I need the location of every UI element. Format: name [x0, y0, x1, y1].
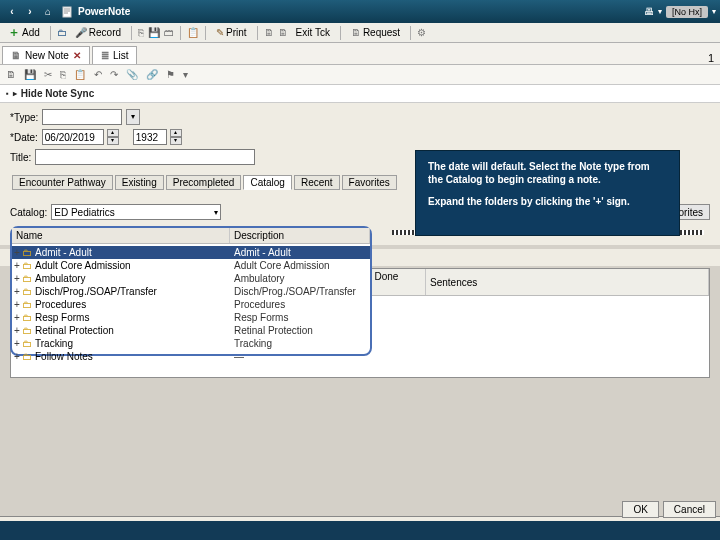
tree-header-name[interactable]: Name	[12, 228, 230, 243]
expand-plus-icon[interactable]: +	[12, 286, 22, 297]
copy-icon[interactable]: ⎘	[138, 27, 144, 38]
date-stepper[interactable]: ▴▾	[107, 129, 119, 145]
tab-list[interactable]: ≣ List	[92, 46, 138, 64]
save-icon[interactable]: 💾	[148, 27, 160, 38]
note-down-icon[interactable]: ▾	[183, 69, 188, 80]
tab-recent[interactable]: Recent	[294, 175, 340, 190]
tab-precompleted[interactable]: Precompleted	[166, 175, 242, 190]
note-cut-icon[interactable]: ✂	[44, 69, 52, 80]
tab-encounter-pathway[interactable]: Encounter Pathway	[12, 175, 113, 190]
expand-plus-icon[interactable]: +	[12, 260, 22, 271]
expand-plus-icon[interactable]: +	[12, 338, 22, 349]
tab-new-note[interactable]: 🗎 New Note ✕	[2, 46, 90, 64]
main-toolbar: ＋Add 🗀 🎤Record ⎘ 💾 🗃 📋 ✎Print 🗎 🗎 Exit T…	[0, 23, 720, 43]
note-attach-icon[interactable]: 📎	[126, 69, 138, 80]
expand-plus-icon[interactable]: +	[12, 312, 22, 323]
tab-favorites[interactable]: Favorites	[342, 175, 397, 190]
exit-ticket-button[interactable]: Exit Tck	[292, 27, 334, 38]
folder-icon[interactable]: 🗀	[57, 27, 67, 38]
tree-row[interactable]: +🗀Retinal ProtectionRetinal Protection	[12, 324, 370, 337]
date-label: Date:	[10, 132, 38, 143]
print-button[interactable]: ✎Print	[212, 27, 251, 38]
note-redo-icon[interactable]: ↷	[110, 69, 118, 80]
title-field[interactable]	[35, 149, 255, 165]
tab-counter: 1	[704, 52, 718, 64]
expand-plus-icon[interactable]: +	[12, 351, 22, 362]
tab-catalog[interactable]: Catalog	[243, 175, 291, 190]
type-field[interactable]	[42, 109, 122, 125]
tree-row[interactable]: +🗀Follow Notes—	[12, 350, 370, 363]
print-icon[interactable]: 🖶	[644, 6, 654, 17]
tree-header-desc[interactable]: Description	[230, 228, 370, 243]
tree-row[interactable]: +🗀AmbulatoryAmbulatory	[12, 272, 370, 285]
collapse-icon[interactable]: ▪	[6, 89, 9, 98]
time-stepper[interactable]: ▴▾	[170, 129, 182, 145]
doc2-icon[interactable]: 🗎	[278, 27, 288, 38]
home-icon[interactable]: ⌂	[40, 4, 56, 20]
tree-desc: Tracking	[230, 338, 370, 349]
dropdown-caret-icon[interactable]: ▾	[712, 7, 716, 16]
tree-desc: Retinal Protection	[230, 325, 370, 336]
exit-ticket-label: Exit Tck	[296, 27, 330, 38]
no-hx-tab[interactable]: [No Hx]	[666, 6, 708, 18]
note-flag-icon[interactable]: ⚑	[166, 69, 175, 80]
tab-existing[interactable]: Existing	[115, 175, 164, 190]
tree-name: Tracking	[34, 338, 230, 349]
date-field[interactable]	[42, 129, 104, 145]
tree-body[interactable]: +🗀Admit - AdultAdmit - Adult +🗀Adult Cor…	[12, 244, 370, 365]
expand-plus-icon[interactable]: +	[12, 273, 22, 284]
print-label: Print	[226, 27, 247, 38]
folder-icon: 🗀	[22, 247, 34, 258]
note-copy-icon[interactable]: ⎘	[60, 69, 66, 80]
back-icon[interactable]: ‹	[4, 4, 20, 20]
tree-name: Retinal Protection	[34, 325, 230, 336]
note-toolbar: 🗎 💾 ✂ ⎘ 📋 ↶ ↷ 📎 🔗 ⚑ ▾	[0, 65, 720, 85]
request-button[interactable]: 🗎Request	[347, 27, 404, 38]
list-label: List	[113, 50, 129, 61]
tree-desc: Resp Forms	[230, 312, 370, 323]
note-paste-icon[interactable]: 📋	[74, 69, 86, 80]
plus-icon: ＋	[8, 24, 20, 41]
tree-name: Admit - Adult	[34, 247, 230, 258]
folder-icon: 🗀	[22, 299, 34, 310]
tree-row[interactable]: +🗀ProceduresProcedures	[12, 298, 370, 311]
section-title: Hide Note Sync	[21, 88, 94, 99]
gear-icon[interactable]: ⚙	[417, 27, 426, 38]
forward-icon[interactable]: ›	[22, 4, 38, 20]
note-save-icon[interactable]: 💾	[24, 69, 36, 80]
catalog-select[interactable]: ED Pediatrics ▾	[51, 204, 221, 220]
note-new-icon[interactable]: 🗎	[6, 69, 16, 80]
ok-button[interactable]: OK	[622, 501, 658, 518]
col-sentences[interactable]: Sentences	[426, 269, 709, 295]
type-dropdown-icon[interactable]: ▾	[126, 109, 140, 125]
folder-icon: 🗀	[22, 312, 34, 323]
separator	[131, 26, 132, 40]
doc-icon[interactable]: 🗎	[264, 27, 274, 38]
tree-row[interactable]: +🗀Admit - AdultAdmit - Adult	[12, 246, 370, 259]
clipboard-icon[interactable]: 📋	[187, 27, 199, 38]
tree-row[interactable]: +🗀TrackingTracking	[12, 337, 370, 350]
expand-plus-icon[interactable]: +	[12, 299, 22, 310]
catalog-label: Catalog:	[10, 207, 47, 218]
tree-row[interactable]: +🗀Adult Core AdmissionAdult Core Admissi…	[12, 259, 370, 272]
cancel-button[interactable]: Cancel	[663, 501, 716, 518]
tree-row[interactable]: +🗀Resp FormsResp Forms	[12, 311, 370, 324]
title-bar: ‹ › ⌂ PowerNote 🖶 ▾ [No Hx] ▾	[0, 0, 720, 23]
section-bar[interactable]: ▪ ▸ Hide Note Sync	[0, 85, 720, 103]
archive-icon[interactable]: 🗃	[164, 27, 174, 38]
help-text-1: The date will default. Select the Note t…	[428, 161, 667, 186]
chevron-down-icon[interactable]: ▾	[658, 7, 662, 16]
expand-icon[interactable]: ▸	[13, 89, 17, 98]
add-button[interactable]: ＋Add	[4, 24, 44, 41]
note-link-icon[interactable]: 🔗	[146, 69, 158, 80]
new-note-icon: 🗎	[11, 50, 21, 61]
close-tab-icon[interactable]: ✕	[73, 50, 81, 61]
tree-desc: Ambulatory	[230, 273, 370, 284]
note-undo-icon[interactable]: ↶	[94, 69, 102, 80]
tree-row[interactable]: +🗀Disch/Prog./SOAP/TransferDisch/Prog./S…	[12, 285, 370, 298]
record-button[interactable]: 🎤Record	[71, 27, 125, 38]
time-field[interactable]	[133, 129, 167, 145]
expand-plus-icon[interactable]: +	[12, 247, 22, 258]
folder-icon: 🗀	[22, 273, 34, 284]
expand-plus-icon[interactable]: +	[12, 325, 22, 336]
